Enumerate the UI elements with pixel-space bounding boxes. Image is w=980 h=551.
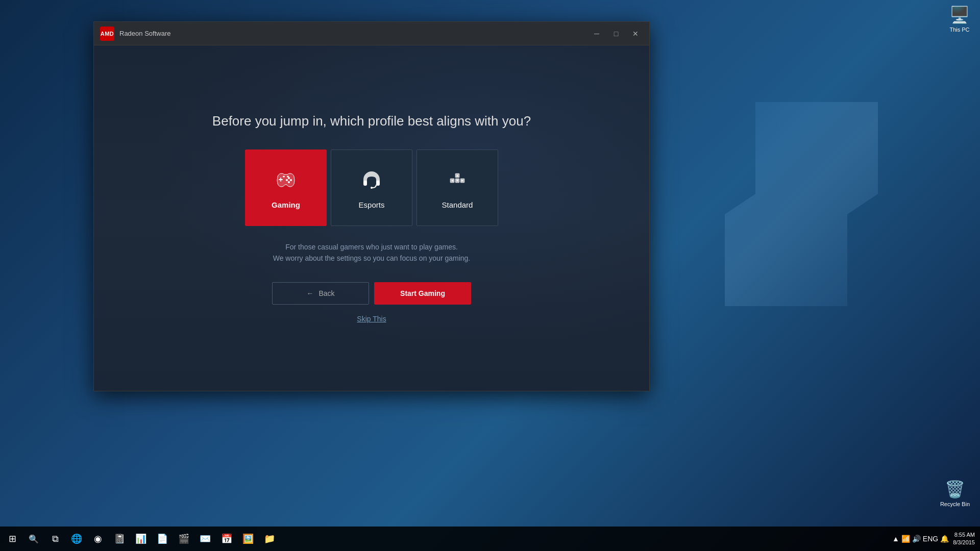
gaming-profile-card[interactable]: Gaming: [245, 149, 327, 226]
window-content: Before you jump in, which profile best a…: [94, 45, 649, 391]
this-pc-label: This PC: [949, 27, 969, 33]
taskbar-clock[interactable]: 8:55 AM 8/3/2015: [953, 531, 975, 547]
onenote-icon[interactable]: 📓: [109, 527, 130, 551]
amd-logo-text: AMD: [101, 31, 114, 37]
esports-icon: [359, 166, 384, 195]
taskbar: ⊞ 🔍 ⧉ 🌐 ◉ 📓 📊 📄 🎬 ✉️ 📅 🖼️ 📁 ▲ 📶 🔊 ENG 🔔: [0, 527, 980, 551]
network-icon[interactable]: 📶: [901, 535, 910, 543]
camtasia-icon[interactable]: 🎬: [174, 527, 194, 551]
back-button-label: Back: [318, 289, 334, 297]
recycle-bin-graphic: 🗑️: [945, 480, 965, 499]
chrome-icon[interactable]: ◉: [88, 527, 108, 551]
description-line2: We worry about the settings so you can f…: [273, 253, 471, 264]
svg-point-10: [371, 187, 373, 189]
minimize-button[interactable]: ─: [589, 28, 604, 40]
calendar-icon[interactable]: 📅: [216, 527, 237, 551]
standard-icon: [445, 166, 470, 195]
svg-point-6: [283, 176, 285, 177]
recycle-bin-label: Recycle Bin: [940, 501, 970, 507]
esports-label: Esports: [359, 201, 385, 209]
volume-icon[interactable]: 🔊: [912, 535, 921, 543]
buttons-row: ← Back Start Gaming: [272, 282, 471, 305]
gaming-label: Gaming: [272, 201, 300, 209]
this-pc-icon[interactable]: 🖥️ This PC: [949, 5, 970, 33]
desktop-decoration: [725, 102, 878, 306]
svg-rect-1: [279, 179, 283, 180]
recycle-bin-icon[interactable]: 🗑️ Recycle Bin: [940, 480, 970, 507]
photos-icon[interactable]: 🖼️: [238, 527, 258, 551]
amd-logo: AMD: [100, 27, 114, 41]
word-icon[interactable]: 📄: [152, 527, 173, 551]
skip-this-link[interactable]: Skip This: [357, 315, 386, 323]
show-hidden-icon[interactable]: ▲: [892, 535, 899, 543]
esports-profile-card[interactable]: Esports: [331, 149, 412, 226]
start-button[interactable]: ⊞: [0, 527, 24, 551]
svg-rect-8: [363, 181, 367, 186]
powerpoint-icon[interactable]: 📊: [131, 527, 151, 551]
edge-icon[interactable]: 🌐: [66, 527, 87, 551]
task-view-icon[interactable]: ⧉: [45, 527, 65, 551]
clock-date: 8/3/2015: [953, 539, 975, 546]
gaming-icon: [274, 166, 298, 195]
svg-rect-9: [376, 181, 380, 186]
profile-cards: Gaming Esports: [245, 149, 498, 226]
svg-point-4: [288, 181, 290, 183]
start-gaming-button[interactable]: Start Gaming: [374, 282, 471, 305]
back-button[interactable]: ← Back: [272, 282, 369, 305]
clock-time: 8:55 AM: [953, 531, 975, 539]
search-icon[interactable]: 🔍: [24, 527, 43, 551]
app-window: AMD Radeon Software ─ □ ✕ Before you jum…: [93, 21, 650, 391]
title-bar: AMD Radeon Software ─ □ ✕: [94, 22, 649, 45]
taskbar-right: ▲ 📶 🔊 ENG 🔔 8:55 AM 8/3/2015: [892, 531, 980, 547]
window-title: Radeon Software: [119, 30, 589, 37]
window-controls: ─ □ ✕: [589, 28, 643, 40]
mail-icon[interactable]: ✉️: [195, 527, 215, 551]
maximize-button[interactable]: □: [608, 28, 624, 40]
file-explorer-icon[interactable]: 📁: [259, 527, 280, 551]
description-line1: For those casual gamers who just want to…: [273, 241, 471, 253]
notification-icon[interactable]: 🔔: [940, 535, 949, 543]
this-pc-graphic: 🖥️: [949, 5, 970, 24]
svg-point-3: [290, 179, 292, 181]
svg-point-5: [286, 179, 288, 181]
close-button[interactable]: ✕: [628, 28, 643, 40]
desktop: 🖥️ This PC 🗑️ Recycle Bin AMD Radeon Sof…: [0, 0, 980, 551]
standard-profile-card[interactable]: Standard: [416, 149, 498, 226]
taskbar-icons: ⧉ 🌐 ◉ 📓 📊 📄 🎬 ✉️ 📅 🖼️ 📁: [45, 527, 280, 551]
svg-point-7: [287, 176, 289, 177]
profile-description: For those casual gamers who just want to…: [273, 241, 471, 264]
standard-label: Standard: [442, 201, 473, 209]
question-text: Before you jump in, which profile best a…: [212, 113, 531, 129]
back-arrow-icon: ←: [306, 289, 313, 297]
svg-point-2: [288, 177, 290, 179]
tray-icons: ▲ 📶 🔊 ENG 🔔: [892, 535, 949, 543]
language-label[interactable]: ENG: [923, 535, 938, 543]
